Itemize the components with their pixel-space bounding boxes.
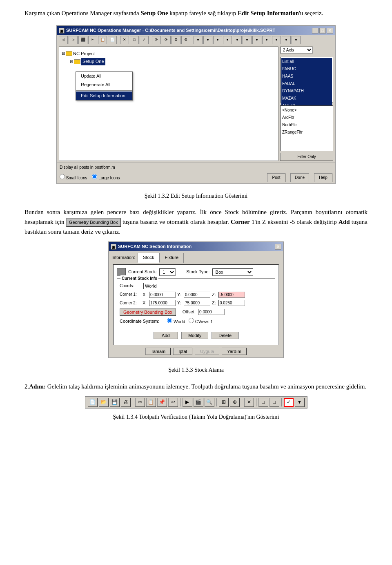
tb-verify-btn[interactable]: 🔍 <box>205 398 214 407</box>
tb-btn-21[interactable]: ● <box>262 36 271 44</box>
ctx-regenerate-all[interactable]: Regenerate All <box>76 80 132 89</box>
tb-btn-16[interactable]: ● <box>213 36 222 44</box>
tb-cut-btn[interactable]: ✂ <box>135 398 145 407</box>
ctx-edit-setup[interactable]: Edit Setup Information <box>76 92 132 100</box>
nc-operations-manager-window: ▣ SURFCAM NC Operations Manager - C:\Doc… <box>56 25 336 184</box>
list-item-mazak[interactable]: MAZAK <box>281 95 332 102</box>
uygula-button[interactable]: Uygula <box>195 348 219 355</box>
tab-stock[interactable]: Stock <box>138 253 160 263</box>
tb-open-btn[interactable]: 📂 <box>99 398 109 407</box>
tb-dropdown-btn[interactable]: ▼ <box>295 398 305 407</box>
iptal-button[interactable]: İptal <box>173 348 192 355</box>
tb-paste-btn[interactable]: 📌 <box>157 398 167 407</box>
maximize-button[interactable]: □ <box>319 28 326 33</box>
list-item-haas[interactable]: HAAS <box>281 73 332 80</box>
tb-btn-19[interactable]: ● <box>243 36 252 44</box>
tb-btn-11[interactable]: ⟳ <box>162 36 171 44</box>
small-icons-radio[interactable]: Small Icons <box>60 174 87 181</box>
tb-btn-12[interactable]: ⚙ <box>172 36 180 44</box>
tb-more1-btn[interactable]: □ <box>258 398 268 407</box>
tb-btn-6[interactable]: 📄 <box>108 36 117 44</box>
tb-active-btn[interactable]: ✓ <box>284 398 294 407</box>
stock-type-select[interactable]: Box <box>212 268 253 276</box>
tb-btn-22[interactable]: ● <box>272 36 281 44</box>
tab-fixture[interactable]: Fixture <box>160 253 184 263</box>
tb-btn-4[interactable]: ✂ <box>88 36 97 44</box>
tb-btn-24[interactable]: ● <box>292 36 301 44</box>
tb-btn-10[interactable]: ⟳ <box>152 36 161 44</box>
tb-btn-14[interactable]: ● <box>194 36 203 44</box>
ctx-update-all[interactable]: Update All <box>76 72 132 81</box>
post-list[interactable]: List all FANUC HAAS FADAL DYNAPATH MAZAK… <box>280 57 333 103</box>
large-icons-input[interactable] <box>92 174 97 179</box>
tb-new-btn[interactable]: 📄 <box>88 398 98 407</box>
modify-button[interactable]: Modify <box>181 332 208 339</box>
tb-btn-20[interactable]: ● <box>252 36 261 44</box>
yardim-button[interactable]: Yardım <box>222 348 247 355</box>
small-icons-input[interactable] <box>60 174 65 179</box>
tb-more2-btn[interactable]: □ <box>270 398 279 407</box>
current-stock-select[interactable]: 1 <box>159 268 176 276</box>
tb-btn-8[interactable]: □ <box>130 36 139 44</box>
geometry-bounding-box-btn[interactable]: Geometry Bounding Box <box>120 308 176 316</box>
filter-only-button[interactable]: Filter Only <box>280 153 333 161</box>
corner2-z-input[interactable] <box>218 300 245 306</box>
tb-undo-btn[interactable]: ↩ <box>168 398 178 407</box>
radio-world-input[interactable] <box>167 318 172 323</box>
corner1-z-input[interactable] <box>218 292 245 298</box>
corner2-y-input[interactable] <box>184 300 210 306</box>
tb-grid-btn[interactable]: ⊞ <box>219 398 229 407</box>
axis-select[interactable]: 2 Axis <box>280 47 313 54</box>
add-button[interactable]: Add <box>154 332 178 339</box>
list-item-list-all[interactable]: List all <box>281 58 332 65</box>
tb-copy-btn[interactable]: 📋 <box>146 398 156 407</box>
tb-btn-5[interactable]: 📋 <box>98 36 107 44</box>
list-item-zrangefltr[interactable]: ZRangeFltr <box>281 129 332 136</box>
list-item-fadal[interactable]: FADAL <box>281 80 332 87</box>
radio-world[interactable]: World <box>167 318 185 326</box>
list-item-none[interactable]: <None> <box>281 107 332 114</box>
tb-btn-15[interactable]: ● <box>203 36 212 44</box>
list-item-arcfltr[interactable]: ArcFltr <box>281 114 332 121</box>
corner1-x-input[interactable] <box>149 292 176 298</box>
close-button[interactable]: ✕ <box>327 28 333 33</box>
tb-btn-17[interactable]: ● <box>223 36 232 44</box>
tb-del-btn[interactable]: ✕ <box>244 398 254 407</box>
list-item-fanuc[interactable]: FANUC <box>281 65 332 73</box>
corner1-y-input[interactable] <box>184 292 210 298</box>
corner2-x-input[interactable] <box>149 300 176 306</box>
win2-close-button[interactable]: ✕ <box>275 244 281 250</box>
corner2-row: Corner 2: X Y: Z: <box>120 299 272 307</box>
tb-anim-btn[interactable]: 🎬 <box>194 398 203 407</box>
filter-list[interactable]: <None> ArcFltr NurbFltr ZRangeFltr <box>280 105 333 151</box>
large-icons-radio[interactable]: Large Icons <box>92 174 120 181</box>
tb-print-btn[interactable]: 🖨 <box>121 398 131 407</box>
screenshot2-container: ▣ SURFCAM NC Section Information ✕ Infor… <box>24 241 368 358</box>
tb-snap-btn[interactable]: ⊕ <box>230 398 240 407</box>
tb-save-btn[interactable]: 💾 <box>110 398 120 407</box>
tb-btn-18[interactable]: ● <box>233 36 242 44</box>
tamam-button[interactable]: Tamam <box>145 348 171 355</box>
tb-btn-13[interactable]: ⚙ <box>181 36 190 44</box>
list-item-dynapath[interactable]: DYNAPATH <box>281 87 332 95</box>
post-button[interactable]: Post <box>267 173 285 182</box>
list-item-nurbfltr[interactable]: NurbFltr <box>281 121 332 129</box>
delete-button[interactable]: Delete <box>212 332 238 339</box>
radio-cview-input[interactable] <box>189 318 194 323</box>
geometry-bounding-box-button[interactable]: Geometry Bounding Box <box>66 218 121 227</box>
offset-input[interactable] <box>198 309 225 315</box>
tb-btn-1[interactable]: ◁ <box>59 36 68 44</box>
tb-btn-9[interactable]: ✓ <box>140 36 149 44</box>
tb-btn-2[interactable]: ▷ <box>69 36 78 44</box>
tb-btn-7[interactable]: ✕ <box>120 36 129 44</box>
help-button[interactable]: Help <box>314 173 332 182</box>
radio-cview[interactable]: CView: 1 <box>189 318 213 326</box>
tb-btn-23[interactable]: ● <box>282 36 291 44</box>
done-button[interactable]: Done <box>290 173 309 182</box>
radio-cview-label: CView: 1 <box>195 319 213 324</box>
tb-play-btn[interactable]: ▶ <box>183 398 192 407</box>
setup-folder-icon <box>74 59 80 64</box>
minimize-button[interactable]: _ <box>312 28 318 33</box>
coords-input[interactable] <box>143 283 184 289</box>
tb-btn-3[interactable]: ⬛ <box>78 36 87 44</box>
